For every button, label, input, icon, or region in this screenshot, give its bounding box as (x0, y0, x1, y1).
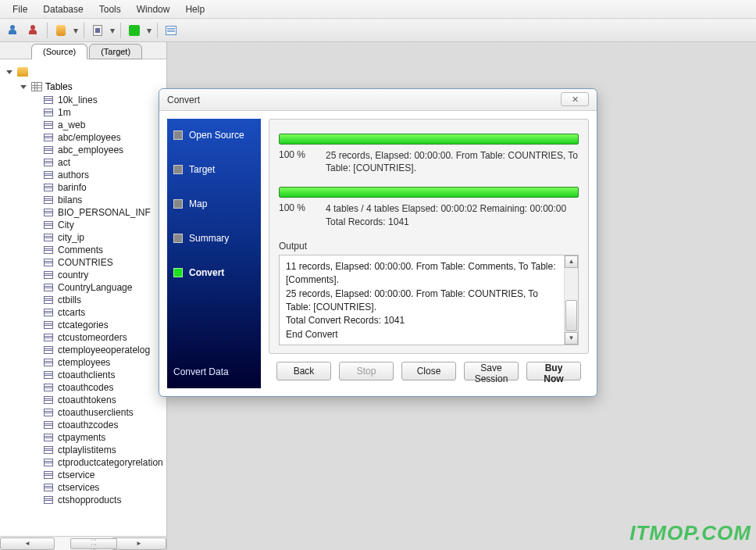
tree-table-item[interactable]: CountryLanguage (44, 281, 163, 294)
tree-table-item[interactable]: 1m (44, 106, 163, 119)
wizard-step[interactable]: Map (173, 198, 255, 209)
tree-table-item[interactable]: bilans (44, 194, 163, 206)
table-icon (44, 209, 53, 216)
tab-target[interactable]: (Target) (89, 44, 142, 59)
scroll-left-icon[interactable]: ◄ (0, 538, 55, 550)
table-icon (44, 471, 53, 479)
buy-now-button[interactable]: Buy Now (526, 362, 581, 380)
save-session-button[interactable]: Save Session (464, 362, 519, 380)
tree-table-item[interactable]: 10k_lines (44, 94, 163, 106)
scroll-thumb[interactable] (565, 300, 577, 331)
tree-table-item[interactable]: ctoauthzcodes (44, 419, 163, 431)
scroll-track[interactable] (565, 268, 578, 332)
menu-window[interactable]: Window (129, 2, 178, 17)
output-text[interactable]: 11 records, Elapsed: 00:00:00. From Tabl… (280, 255, 564, 345)
expand-icon[interactable] (6, 70, 12, 74)
dialog-titlebar[interactable]: Convert ✕ (159, 89, 597, 111)
scroll-right-icon[interactable]: ► (112, 538, 166, 550)
table-icon (44, 309, 53, 316)
tree-table-item[interactable]: ctcarts (44, 306, 163, 319)
wizard-nav: Open SourceTargetMapSummaryConvert Conve… (167, 119, 261, 388)
table-icon (44, 284, 53, 291)
tree-table-item[interactable]: BIO_PERSONAL_INF (44, 206, 163, 219)
table-name: ctemployeeoperatelog (58, 345, 150, 355)
tree-table-item[interactable]: ctoauthuserclients (44, 406, 163, 419)
tree-table-item[interactable]: abc/employees (44, 131, 163, 144)
wizard-step[interactable]: Target (173, 164, 255, 175)
tree-table-item[interactable]: country (44, 269, 163, 281)
menubar: File Database Tools Window Help (0, 0, 756, 19)
tree-table-item[interactable]: ctemployees (44, 356, 163, 369)
table-name: ctcarts (58, 307, 85, 318)
tree-table-item[interactable]: ctoauthtokens (44, 394, 163, 406)
horizontal-scrollbar[interactable]: ◄ ► (0, 536, 166, 550)
tree-table-item[interactable]: act (44, 156, 163, 169)
vertical-scrollbar[interactable]: ▲ ▼ (564, 255, 578, 345)
stop-button[interactable]: Stop (339, 362, 394, 380)
table-icon (44, 496, 53, 504)
wizard-step-icon (173, 234, 183, 243)
tree-table-item[interactable]: COUNTRIES (44, 256, 163, 269)
table-name: ctoauthtokens (58, 395, 116, 405)
table-name: ctservice (58, 470, 94, 480)
wizard-step[interactable]: Open Source (173, 130, 255, 141)
menu-database[interactable]: Database (35, 2, 91, 17)
menu-tools[interactable]: Tools (91, 2, 129, 17)
run-icon[interactable] (126, 22, 143, 39)
server-icon[interactable] (89, 22, 106, 39)
tree-table-item[interactable]: authors (44, 169, 163, 181)
tree-table-item[interactable]: abc_employees (44, 144, 163, 156)
tree-table-item[interactable]: ctproductcategoryrelation (44, 456, 163, 469)
table-name: ctcustomeorders (58, 332, 127, 343)
table-name: bilans (58, 195, 82, 205)
database-icon[interactable] (52, 22, 70, 39)
tree-table-item[interactable]: ctoauthclients (44, 369, 163, 381)
tree-table-item[interactable]: ctcategories (44, 319, 163, 331)
tree-table-item[interactable]: ctservice (44, 469, 163, 481)
scroll-track[interactable] (55, 538, 112, 550)
expand-icon[interactable] (20, 85, 27, 89)
connect-icon[interactable] (5, 22, 22, 39)
table-name: ctproductcategoryrelation (58, 457, 163, 468)
tree-table-item[interactable]: a_web (44, 119, 163, 131)
tree-table-item[interactable]: ctbills (44, 294, 163, 306)
close-button[interactable]: Close (401, 362, 456, 380)
table-name: BIO_PERSONAL_INF (58, 207, 151, 218)
list-icon[interactable] (162, 22, 180, 39)
tree-table-item[interactable]: barinfo (44, 181, 163, 194)
wizard-step[interactable]: Convert (173, 267, 255, 278)
scroll-up-icon[interactable]: ▲ (565, 255, 578, 268)
chevron-down-icon[interactable]: ▾ (146, 25, 152, 36)
table-name: ctcategories (58, 320, 109, 330)
disconnect-icon[interactable] (25, 22, 42, 39)
scroll-down-icon[interactable]: ▼ (565, 332, 578, 345)
tree-database-node[interactable] (6, 67, 163, 77)
tree-table-item[interactable]: ctshopproducts (44, 494, 163, 506)
tree-table-item[interactable]: ctemployeeoperatelog (44, 344, 163, 356)
tree-table-item[interactable]: ctcustomeorders (44, 331, 163, 344)
separator (47, 23, 48, 38)
table-name: ctshopproducts (58, 495, 121, 505)
tree-table-item[interactable]: ctoauthcodes (44, 381, 163, 394)
back-button[interactable]: Back (276, 362, 331, 380)
tree-table-item[interactable]: Comments (44, 244, 163, 256)
wizard-step[interactable]: Summary (173, 233, 255, 244)
tab-source[interactable]: (Source) (31, 44, 87, 59)
tree-table-item[interactable]: city_ip (44, 231, 163, 244)
tree-table-item[interactable]: ctplaylistitems (44, 444, 163, 456)
chevron-down-icon[interactable]: ▾ (109, 25, 116, 36)
tables-icon (31, 82, 42, 91)
tree-table-item[interactable]: ctservices (44, 481, 163, 494)
table-name: Comments (58, 245, 103, 255)
menu-file[interactable]: File (5, 2, 35, 17)
chevron-down-icon[interactable]: ▾ (73, 25, 79, 36)
tree-table-item[interactable]: City (44, 219, 163, 231)
close-icon[interactable]: ✕ (561, 92, 589, 106)
table-icon (44, 96, 53, 104)
tree-view[interactable]: Tables 10k_lines1ma_webabc/employeesabc_… (0, 59, 166, 536)
tree-tables-node[interactable]: Tables (20, 81, 163, 92)
scroll-thumb[interactable] (70, 538, 117, 549)
tree-table-item[interactable]: ctpayments (44, 431, 163, 444)
menu-help[interactable]: Help (177, 2, 212, 17)
progress-1-percent: 100 % (279, 149, 316, 160)
